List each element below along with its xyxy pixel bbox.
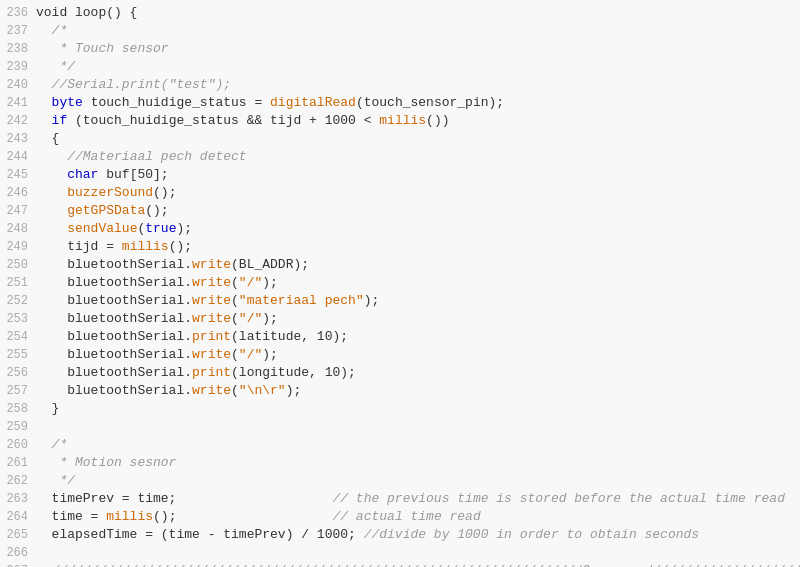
- token: (: [231, 293, 239, 308]
- code-line: 254 bluetoothSerial.print(latitude, 10);: [0, 328, 800, 346]
- line-content: //Materiaal pech detect: [36, 148, 800, 166]
- line-number: 253: [0, 310, 36, 328]
- token: (: [231, 275, 239, 290]
- token: tijd =: [36, 239, 122, 254]
- token: // the previous time is stored before th…: [332, 491, 784, 506]
- token: [36, 473, 59, 488]
- code-line: 258 }: [0, 400, 800, 418]
- token: (BL_ADDR);: [231, 257, 309, 272]
- code-line: 250 bluetoothSerial.write(BL_ADDR);: [0, 256, 800, 274]
- line-number: 255: [0, 346, 36, 364]
- line-content: [36, 544, 800, 562]
- token: digitalRead: [270, 95, 356, 110]
- token: sendValue: [67, 221, 137, 236]
- line-content: bluetoothSerial.write("materiaal pech");: [36, 292, 800, 310]
- line-number: 265: [0, 526, 36, 544]
- line-content: bluetoothSerial.write(BL_ADDR);: [36, 256, 800, 274]
- code-line: 236void loop() {: [0, 4, 800, 22]
- token: /*: [52, 437, 68, 452]
- code-line: 253 bluetoothSerial.write("/");: [0, 310, 800, 328]
- token: bluetoothSerial.: [36, 293, 192, 308]
- line-content: void loop() {: [36, 4, 800, 22]
- line-number: 246: [0, 184, 36, 202]
- code-line: 244 //Materiaal pech detect: [0, 148, 800, 166]
- line-number: 259: [0, 418, 36, 436]
- token: time =: [36, 509, 106, 524]
- token: [36, 185, 67, 200]
- code-line: 247 getGPSData();: [0, 202, 800, 220]
- token: ()): [426, 113, 449, 128]
- line-number: 248: [0, 220, 36, 238]
- line-content: [36, 418, 800, 436]
- line-content: sendValue(true);: [36, 220, 800, 238]
- line-number: 267: [0, 562, 36, 567]
- token: */: [59, 473, 75, 488]
- token: write: [192, 311, 231, 326]
- line-number: 241: [0, 94, 36, 112]
- token: char: [67, 167, 98, 182]
- code-line: 239 */: [0, 58, 800, 76]
- line-content: bluetoothSerial.print(longitude, 10);: [36, 364, 800, 382]
- token: //divide by 1000 in order to obtain seco…: [364, 527, 699, 542]
- token: );: [262, 311, 278, 326]
- token: [36, 203, 67, 218]
- token: bluetoothSerial.: [36, 311, 192, 326]
- token: [36, 113, 52, 128]
- code-editor: 236void loop() {237 /*238 * Touch sensor…: [0, 0, 800, 567]
- token: );: [286, 383, 302, 398]
- line-number: 260: [0, 436, 36, 454]
- line-content: */: [36, 472, 800, 490]
- code-line: 259: [0, 418, 800, 436]
- line-number: 240: [0, 76, 36, 94]
- line-content: char buf[50];: [36, 166, 800, 184]
- line-number: 251: [0, 274, 36, 292]
- line-content: * Touch sensor: [36, 40, 800, 58]
- token: * Motion sesnor: [59, 455, 176, 470]
- code-line: 255 bluetoothSerial.write("/");: [0, 346, 800, 364]
- token: [36, 59, 59, 74]
- token: bluetoothSerial.: [36, 347, 192, 362]
- token: ();: [153, 185, 176, 200]
- token: bluetoothSerial.: [36, 275, 192, 290]
- line-number: 261: [0, 454, 36, 472]
- code-line: 238 * Touch sensor: [0, 40, 800, 58]
- token: (touch_huidige_status && tijd + 1000 <: [67, 113, 379, 128]
- token: /*: [52, 23, 68, 38]
- token: write: [192, 257, 231, 272]
- line-number: 245: [0, 166, 36, 184]
- token: buzzerSound: [67, 185, 153, 200]
- token: * Touch sensor: [59, 41, 168, 56]
- line-content: elapsedTime = (time - timePrev) / 1000; …: [36, 526, 800, 544]
- token: );: [262, 347, 278, 362]
- line-number: 264: [0, 508, 36, 526]
- token: "\n\r": [239, 383, 286, 398]
- line-number: 250: [0, 256, 36, 274]
- line-content: timePrev = time; // the previous time is…: [36, 490, 800, 508]
- line-number: 243: [0, 130, 36, 148]
- token: [36, 41, 59, 56]
- token: // actual time read: [332, 509, 480, 524]
- line-content: bluetoothSerial.write("\n\r");: [36, 382, 800, 400]
- token: byte: [52, 95, 83, 110]
- code-line: 240 //Serial.print("test");: [0, 76, 800, 94]
- token: millis: [106, 509, 153, 524]
- code-line: 246 buzzerSound();: [0, 184, 800, 202]
- token: millis: [379, 113, 426, 128]
- code-line: 251 bluetoothSerial.write("/");: [0, 274, 800, 292]
- token: "/": [239, 347, 262, 362]
- line-number: 258: [0, 400, 36, 418]
- token: }: [36, 401, 59, 416]
- token: touch_huidige_status =: [83, 95, 270, 110]
- code-line: 264 time = millis(); // actual time read: [0, 508, 800, 526]
- token: "materiaal pech": [239, 293, 364, 308]
- code-line: 257 bluetoothSerial.write("\n\r");: [0, 382, 800, 400]
- line-content: tijd = millis();: [36, 238, 800, 256]
- line-content: */: [36, 58, 800, 76]
- code-line: 242 if (touch_huidige_status && tijd + 1…: [0, 112, 800, 130]
- token: buf[50];: [98, 167, 168, 182]
- token: ();: [169, 239, 192, 254]
- token: millis: [122, 239, 169, 254]
- line-content: bluetoothSerial.write("/");: [36, 274, 800, 292]
- token: write: [192, 293, 231, 308]
- line-content: /*: [36, 436, 800, 454]
